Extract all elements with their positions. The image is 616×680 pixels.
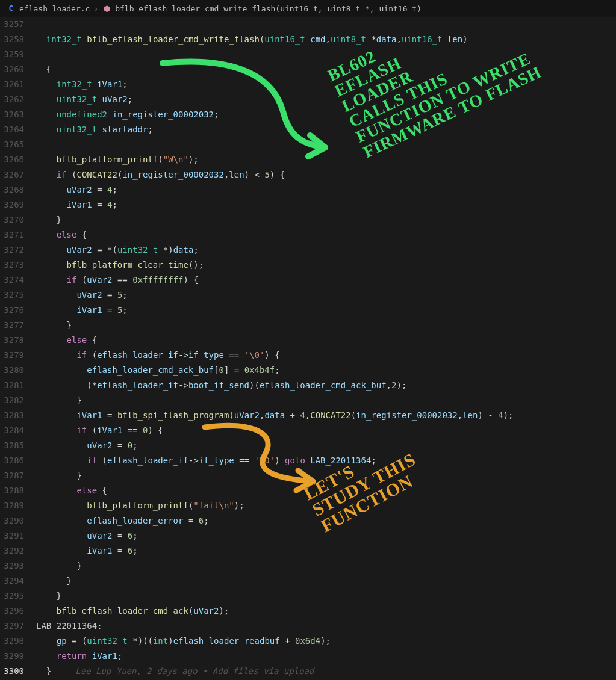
breadcrumb[interactable]: C eflash_loader.c › ⬢ bflb_eflash_loader… [0, 0, 616, 17]
line-number: 3298 [0, 634, 36, 649]
line-number: 3279 [0, 348, 36, 363]
gitlens-blame: Lee Lup Yuen, 2 days ago • Add files via… [75, 666, 314, 676]
code-editor[interactable]: 3257 3258 int32_t bflb_eflash_loader_cmd… [0, 17, 616, 679]
line-number: 3281 [0, 378, 36, 393]
line-number: 3269 [0, 197, 36, 212]
line-number: 3266 [0, 152, 36, 167]
line-number: 3259 [0, 47, 36, 62]
breadcrumb-symbol[interactable]: bflb_eflash_loader_cmd_write_flash(uint1… [115, 4, 422, 13]
line-number: 3300 [0, 664, 36, 679]
line-number: 3289 [0, 498, 36, 513]
line-number: 3294 [0, 573, 36, 589]
line-number: 3290 [0, 513, 36, 528]
line-number: 3283 [0, 408, 36, 423]
line-number: 3277 [0, 318, 36, 333]
breadcrumb-file[interactable]: eflash_loader.c [19, 4, 90, 13]
c-file-icon: C [6, 4, 16, 13]
line-number: 3287 [0, 468, 36, 483]
line-number: 3258 [0, 32, 36, 47]
line-number: 3263 [0, 107, 36, 122]
line-number: 3293 [0, 558, 36, 573]
line-number: 3275 [0, 288, 36, 303]
line-number: 3282 [0, 393, 36, 408]
line-number: 3274 [0, 273, 36, 288]
line-number: 3270 [0, 212, 36, 227]
line-number: 3265 [0, 137, 36, 152]
line-number: 3273 [0, 258, 36, 273]
line-number: 3272 [0, 243, 36, 258]
line-number: 3260 [0, 62, 36, 77]
line-number: 3261 [0, 77, 36, 92]
line-number: 3271 [0, 227, 36, 243]
line-number: 3286 [0, 453, 36, 468]
line-number: 3280 [0, 363, 36, 378]
line-number: 3264 [0, 122, 36, 137]
line-number: 3285 [0, 438, 36, 453]
line-number: 3295 [0, 589, 36, 604]
chevron-right-icon: › [93, 4, 98, 13]
line-number: 3268 [0, 182, 36, 197]
line-number: 3299 [0, 649, 36, 664]
line-number: 3284 [0, 423, 36, 438]
line-number: 3292 [0, 543, 36, 558]
line-number: 3291 [0, 528, 36, 543]
line-number: 3278 [0, 333, 36, 348]
line-number: 3297 [0, 619, 36, 634]
line-number: 3296 [0, 604, 36, 619]
line-number: 3288 [0, 483, 36, 498]
line-number: 3276 [0, 303, 36, 318]
line-number: 3262 [0, 92, 36, 107]
line-number: 3257 [0, 17, 36, 32]
symbol-icon: ⬢ [102, 4, 111, 13]
line-number: 3267 [0, 167, 36, 182]
